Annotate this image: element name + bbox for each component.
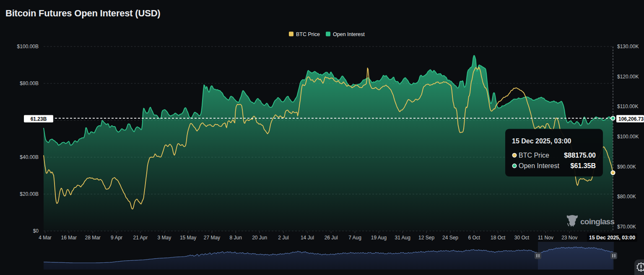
svg-text:$110.00K: $110.00K [617, 104, 639, 109]
svg-text:$130.00K: $130.00K [617, 44, 639, 49]
svg-text:15 May: 15 May [180, 235, 196, 241]
svg-text:27 May: 27 May [204, 235, 220, 241]
svg-text:15 Dec 2025, 03:00: 15 Dec 2025, 03:00 [512, 138, 571, 145]
svg-text:$40.00B: $40.00B [20, 154, 39, 160]
svg-text:$120.00K: $120.00K [617, 74, 639, 80]
svg-text:$61.35B: $61.35B [571, 162, 596, 169]
svg-text:20 Jun: 20 Jun [252, 235, 267, 241]
svg-text:$100.00B: $100.00B [17, 44, 39, 49]
svg-text:15 Dec 2025, 03:00: 15 Dec 2025, 03:00 [589, 235, 636, 241]
svg-text:$90.00K: $90.00K [617, 164, 636, 170]
svg-text:3 May: 3 May [157, 235, 171, 241]
svg-text:28 Mar: 28 Mar [85, 235, 101, 241]
svg-text:$80.00K: $80.00K [617, 194, 636, 200]
svg-text:61.23B: 61.23B [31, 116, 47, 122]
svg-text:BTC Price: BTC Price [519, 152, 549, 159]
svg-text:6 Oct: 6 Oct [468, 235, 480, 241]
svg-text:31 Aug: 31 Aug [395, 235, 410, 241]
svg-text:9 Apr: 9 Apr [111, 235, 122, 241]
svg-text:8 Jun: 8 Jun [230, 235, 242, 241]
svg-text:16 Mar: 16 Mar [61, 235, 77, 241]
svg-text:14 Jul: 14 Jul [301, 235, 314, 241]
svg-text:11 Nov: 11 Nov [538, 235, 553, 241]
svg-text:19 Aug: 19 Aug [371, 235, 387, 241]
svg-text:12 Sep: 12 Sep [418, 235, 434, 241]
svg-text:$100.00K: $100.00K [617, 134, 639, 140]
svg-text:23 Nov: 23 Nov [561, 235, 577, 241]
svg-text:21 Apr: 21 Apr [133, 235, 148, 241]
svg-text:BTC Price: BTC Price [296, 31, 320, 37]
svg-text:26 Jul: 26 Jul [325, 235, 338, 241]
svg-text:$20.00B: $20.00B [20, 191, 39, 197]
svg-text:4 Mar: 4 Mar [39, 235, 52, 241]
svg-text:$88175.00: $88175.00 [564, 152, 596, 159]
svg-text:Open Interest: Open Interest [333, 31, 365, 37]
svg-text:106,206.73: 106,206.73 [618, 116, 644, 122]
svg-text:Bitcoin Futures Open Interest: Bitcoin Futures Open Interest (USD) [5, 8, 160, 18]
svg-text:24 Sep: 24 Sep [442, 235, 458, 241]
svg-text:7 Aug: 7 Aug [348, 235, 361, 241]
svg-text:2 Jul: 2 Jul [278, 235, 288, 241]
svg-text:30 Oct: 30 Oct [514, 235, 530, 241]
svg-text:$70.00K: $70.00K [617, 224, 636, 230]
svg-text:Open Interest: Open Interest [519, 162, 560, 169]
svg-text:18 Oct: 18 Oct [491, 235, 506, 241]
svg-text:coinglass: coinglass [580, 217, 614, 226]
svg-text:$0: $0 [33, 228, 39, 234]
svg-text:$80.00B: $80.00B [20, 80, 39, 86]
